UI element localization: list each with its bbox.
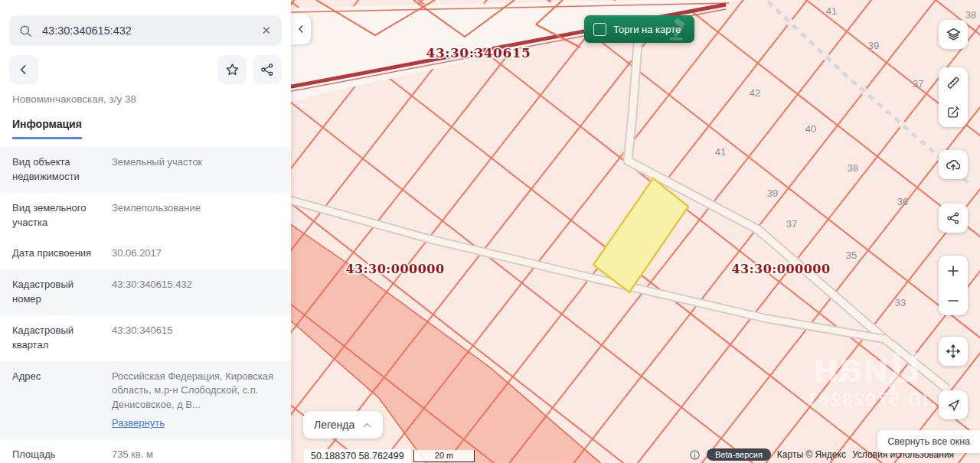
- row-value: 43:30:340615: [112, 324, 279, 353]
- cloud-upload-icon: [945, 156, 962, 173]
- svg-text:35: 35: [846, 249, 857, 261]
- info-row: Площадь735 кв. м: [0, 439, 291, 463]
- info-row: Вид земельного участкаЗемлепользование: [0, 193, 291, 239]
- row-label: Вид земельного участка: [12, 201, 103, 230]
- edit-button[interactable]: [939, 97, 968, 127]
- favorite-button[interactable]: [217, 55, 247, 84]
- row-value: 43:30:340615:432: [112, 278, 279, 307]
- beta-badge: Beta-версия: [707, 448, 771, 461]
- svg-text:37: 37: [913, 78, 923, 90]
- info-row: Кадастровый номер43:30:340615:432: [0, 269, 291, 315]
- sidebar: ✕ Новоминчаковская, з/у 38 Информация Ви…: [0, 0, 291, 463]
- row-value: Землепользование: [112, 201, 279, 230]
- locate-button[interactable]: [939, 390, 968, 419]
- yandex-attribution-link[interactable]: Карты © Яндекс: [777, 449, 846, 460]
- svg-text:39: 39: [767, 187, 778, 199]
- zoom-group: [939, 256, 968, 315]
- svg-text:39: 39: [868, 40, 879, 51]
- zoom-in-button[interactable]: [939, 256, 968, 285]
- svg-text:43:30:000000: 43:30:000000: [731, 262, 830, 276]
- svg-text:38: 38: [965, 9, 976, 21]
- upload-button[interactable]: [939, 150, 968, 179]
- row-value: Российская Федерация, Кировская область,…: [112, 370, 279, 431]
- svg-text:43:30:340615: 43:30:340615: [426, 45, 531, 60]
- tab-information[interactable]: Информация: [12, 118, 82, 139]
- zoom-out-button[interactable]: [939, 285, 968, 315]
- clear-search-button[interactable]: ✕: [260, 22, 273, 39]
- row-label: Дата присвоения: [12, 246, 103, 261]
- svg-text:40: 40: [805, 123, 816, 135]
- info-row: Дата присвоения30.06.2017: [0, 238, 291, 269]
- cadastral-map-app: ✕ Новоминчаковская, з/у 38 Информация Ви…: [0, 0, 980, 463]
- info-rows: Вид объекта недвижимостиЗемельный участо…: [0, 147, 291, 463]
- cursor-coordinates: 50.188370 58.762499: [304, 449, 411, 463]
- chevron-left-icon: [296, 24, 306, 34]
- share-map-button[interactable]: [939, 204, 968, 233]
- legend-button[interactable]: Легенда: [303, 411, 383, 439]
- svg-text:33: 33: [895, 297, 906, 308]
- object-title: Новоминчаковская, з/у 38: [12, 93, 279, 105]
- draw-tools-group: [939, 67, 968, 127]
- navigation-arrow-icon: [946, 398, 961, 412]
- gavel-icon: [665, 17, 691, 43]
- svg-text:36: 36: [897, 196, 908, 207]
- collapse-all-windows-button[interactable]: Свернуть все окна: [877, 430, 980, 453]
- row-label: Площадь: [12, 448, 103, 462]
- collapse-sidebar-button[interactable]: [291, 14, 311, 44]
- svg-text:41: 41: [826, 5, 837, 17]
- row-value: 735 кв. м: [112, 448, 279, 462]
- info-icon: [689, 449, 701, 461]
- svg-text:42: 42: [750, 87, 760, 99]
- map-area: 41383937424041383936373533 43:30:3406154…: [291, 0, 980, 463]
- row-value: 30.06.2017: [112, 246, 279, 261]
- row-label: Кадастровый квартал: [12, 324, 103, 353]
- map-scale: 20 m: [413, 450, 475, 462]
- share-icon: [260, 62, 275, 77]
- plus-icon: [946, 264, 960, 278]
- svg-text:41: 41: [715, 146, 726, 158]
- info-row: АдресРоссийская Федерация, Кировская обл…: [0, 361, 291, 439]
- share-icon: [946, 210, 961, 226]
- row-label: Кадастровый номер: [12, 278, 103, 307]
- row-label: Вид объекта недвижимости: [12, 155, 103, 184]
- chevron-left-icon: [17, 63, 31, 77]
- map-canvas[interactable]: 41383937424041383936373533 43:30:3406154…: [291, 0, 980, 463]
- ruler-icon: [946, 75, 961, 90]
- layers-icon: [946, 27, 962, 43]
- svg-text:43:30:000000: 43:30:000000: [345, 262, 444, 276]
- trades-checkbox[interactable]: [593, 23, 606, 36]
- info-row: Кадастровый квартал43:30:340615: [0, 315, 291, 361]
- search-icon: [18, 24, 33, 38]
- row-value: Земельный участок: [112, 155, 279, 184]
- svg-text:37: 37: [786, 218, 797, 230]
- pan-button[interactable]: [939, 337, 968, 366]
- search-bar: ✕: [9, 15, 282, 46]
- chevron-up-icon: [362, 420, 372, 430]
- svg-text:38: 38: [848, 162, 858, 174]
- layers-button[interactable]: [939, 20, 968, 49]
- expand-address-link[interactable]: Развернуть: [112, 416, 165, 431]
- star-icon: [224, 62, 240, 78]
- search-input[interactable]: [41, 24, 252, 37]
- info-row: Вид объекта недвижимостиЗемельный участо…: [0, 147, 291, 193]
- action-row: [9, 55, 282, 84]
- measure-button[interactable]: [939, 67, 968, 97]
- edit-icon: [946, 105, 961, 120]
- trades-on-map-toggle[interactable]: Торги на карте: [584, 15, 694, 43]
- legend-label: Легенда: [314, 419, 354, 431]
- back-button[interactable]: [9, 55, 38, 84]
- minus-icon: [946, 294, 960, 308]
- move-icon: [946, 344, 961, 359]
- tab-row: Информация: [12, 117, 279, 139]
- row-label: Адрес: [12, 370, 103, 431]
- share-object-button[interactable]: [253, 55, 282, 84]
